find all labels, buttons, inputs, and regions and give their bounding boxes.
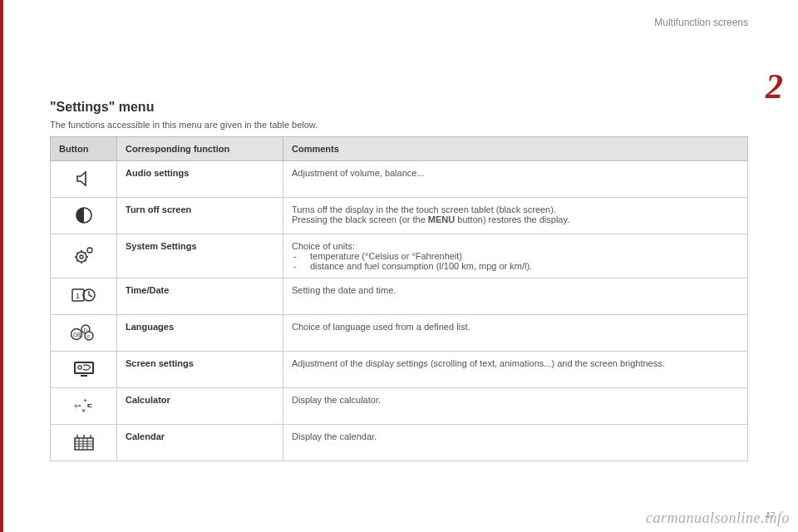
comment-cell: Display the calculator. — [283, 388, 748, 425]
svg-text:D: D — [83, 327, 87, 332]
table-row: 1 Time/Date Setting the date and time. — [51, 278, 748, 315]
gear-icon — [73, 245, 95, 267]
section-title: "Settings" menu — [50, 100, 748, 115]
svg-line-10 — [85, 253, 86, 254]
function-cell: Audio settings — [117, 161, 283, 198]
icon-cell: + ÷ = × — [51, 388, 117, 425]
svg-line-7 — [76, 253, 78, 254]
clock-icon: 1 — [71, 287, 96, 307]
manual-page: Multifunction screens 2 "Settings" menu … — [0, 0, 798, 532]
icon-cell: 1 — [51, 278, 117, 315]
table-row: Calendar Display the calendar. — [51, 425, 748, 461]
comment-line: Turns off the display in the the touch s… — [292, 204, 739, 214]
icon-cell — [51, 425, 117, 461]
table-header-function: Corresponding function — [117, 137, 283, 161]
screen-settings-icon — [72, 360, 96, 380]
section-subtitle: The functions accessible in this menu ar… — [50, 120, 748, 130]
function-cell: Languages — [117, 315, 283, 352]
icon-cell — [51, 198, 117, 234]
table-row: System Settings Choice of units: tempera… — [51, 234, 748, 278]
svg-text:F: F — [87, 333, 91, 338]
svg-text:1: 1 — [76, 292, 80, 300]
function-cell: Calculator — [117, 388, 283, 425]
comment-cell: Adjustment of the display settings (scro… — [283, 352, 748, 388]
chapter-number: 2 — [766, 66, 783, 106]
comment-cell: Display the calendar. — [283, 425, 748, 461]
icon-cell — [51, 234, 117, 278]
svg-text:×: × — [81, 406, 86, 415]
svg-point-2 — [80, 255, 83, 259]
svg-line-8 — [85, 260, 86, 262]
icon-cell — [51, 352, 117, 388]
comment-bullet-list: temperature (°Celsius or °Fahrenheit) di… — [292, 251, 739, 271]
bold-menu-word: MENU — [428, 214, 455, 224]
svg-point-11 — [87, 248, 92, 253]
chapter-side-bar — [0, 0, 3, 532]
settings-table: Button Corresponding function Comments A… — [50, 136, 748, 461]
function-cell: System Settings — [117, 234, 283, 278]
comment-lead: Choice of units: — [292, 241, 739, 251]
comment-bullet: temperature (°Celsius or °Fahrenheit) — [292, 251, 739, 261]
svg-point-31 — [79, 405, 81, 406]
header-section-label: Multifunction screens — [654, 17, 748, 28]
comment-cell: Choice of language used from a defined l… — [283, 315, 748, 352]
turn-off-icon — [74, 205, 94, 227]
table-header-comments: Comments — [283, 137, 748, 161]
function-cell: Screen settings — [117, 352, 283, 388]
function-cell: Time/Date — [117, 278, 283, 315]
table-header-row: Button Corresponding function Comments — [51, 137, 748, 161]
table-row: GB D F Languages Choice of language used… — [51, 315, 748, 352]
languages-icon: GB D F — [71, 324, 97, 342]
function-cell: Turn off screen — [117, 198, 283, 234]
icon-cell — [51, 161, 117, 198]
comment-cell: Turns off the display in the the touch s… — [283, 198, 748, 234]
svg-line-16 — [89, 295, 92, 297]
page-number: 47 — [766, 511, 775, 520]
svg-text:÷: ÷ — [74, 401, 79, 411]
function-cell: Calendar — [117, 425, 283, 461]
icon-cell: GB D F — [51, 315, 117, 352]
table-row: + ÷ = × Calculator Display the calculato… — [51, 388, 748, 425]
svg-text:GB: GB — [73, 332, 81, 337]
comment-cell: Setting the date and time. — [283, 278, 748, 315]
comment-cell: Adjustment of volume, balance... — [283, 161, 748, 198]
comment-bullet: distance and fuel consumption (l/100 km,… — [292, 261, 739, 271]
audio-icon — [74, 169, 94, 190]
svg-rect-25 — [81, 375, 87, 377]
table-row: Audio settings Adjustment of volume, bal… — [51, 161, 748, 198]
table-row: Screen settings Adjustment of the displa… — [51, 352, 748, 388]
table-header-button: Button — [51, 137, 117, 161]
calculator-icon: + ÷ = × — [73, 397, 95, 416]
calendar-icon — [72, 433, 96, 453]
svg-point-32 — [87, 405, 89, 406]
content-area: "Settings" menu The functions accessible… — [0, 0, 798, 461]
comment-line: Pressing the black screen (or the MENU b… — [292, 214, 739, 224]
svg-line-9 — [76, 260, 78, 262]
comment-cell: Choice of units: temperature (°Celsius o… — [283, 234, 748, 278]
table-row: Turn off screen Turns off the display in… — [51, 198, 748, 234]
